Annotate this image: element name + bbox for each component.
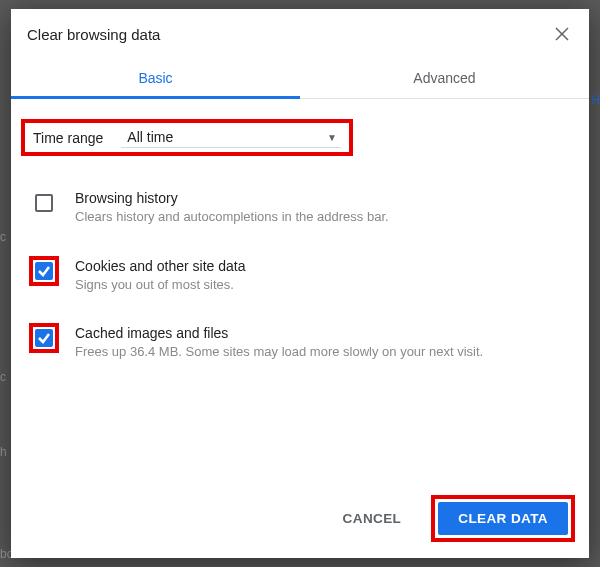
checkbox-wrap-cache	[29, 323, 59, 353]
time-range-value: All time	[127, 129, 173, 145]
dialog-backdrop: c c h bookmarks bar H Clear browsing dat…	[0, 0, 600, 567]
chevron-down-icon: ▼	[327, 132, 337, 143]
clear-data-button[interactable]: Clear data	[438, 502, 568, 535]
option-desc: Frees up 36.4 MB. Some sites may load mo…	[75, 343, 571, 361]
close-button[interactable]	[551, 23, 573, 45]
checkbox-cache[interactable]	[35, 329, 53, 347]
dialog-header: Clear browsing data	[11, 9, 589, 53]
checkbox-wrap-cookies	[29, 256, 59, 286]
dialog-footer: Cancel Clear data	[11, 481, 589, 558]
close-icon	[555, 27, 569, 41]
tabs: Basic Advanced	[11, 57, 589, 99]
option-desc: Signs you out of most sites.	[75, 276, 571, 294]
checkmark-icon	[37, 264, 51, 278]
checkbox-browsing-history[interactable]	[35, 194, 53, 212]
clear-data-highlight: Clear data	[431, 495, 575, 542]
option-desc: Clears history and autocompletions in th…	[75, 208, 571, 226]
option-browsing-history: Browsing history Clears history and auto…	[21, 182, 579, 236]
tab-basic[interactable]: Basic	[11, 57, 300, 98]
option-text-cache: Cached images and files Frees up 36.4 MB…	[75, 323, 571, 361]
clear-browsing-data-dialog: Clear browsing data Basic Advanced Time …	[11, 9, 589, 558]
option-title: Cookies and other site data	[75, 258, 571, 274]
option-title: Cached images and files	[75, 325, 571, 341]
option-cookies: Cookies and other site data Signs you ou…	[21, 250, 579, 304]
option-cache: Cached images and files Frees up 36.4 MB…	[21, 317, 579, 371]
checkmark-icon	[37, 331, 51, 345]
option-title: Browsing history	[75, 190, 571, 206]
checkbox-wrap-history	[29, 188, 59, 218]
cancel-button[interactable]: Cancel	[323, 502, 422, 535]
option-text-cookies: Cookies and other site data Signs you ou…	[75, 256, 571, 294]
dialog-title: Clear browsing data	[27, 26, 551, 43]
dialog-body: Time range All time ▼ Browsing history C…	[11, 99, 589, 481]
time-range-row: Time range All time ▼	[21, 119, 353, 156]
checkbox-cookies[interactable]	[35, 262, 53, 280]
time-range-select[interactable]: All time ▼	[121, 127, 341, 148]
tab-advanced[interactable]: Advanced	[300, 57, 589, 98]
option-text-history: Browsing history Clears history and auto…	[75, 188, 571, 226]
time-range-label: Time range	[33, 130, 103, 146]
